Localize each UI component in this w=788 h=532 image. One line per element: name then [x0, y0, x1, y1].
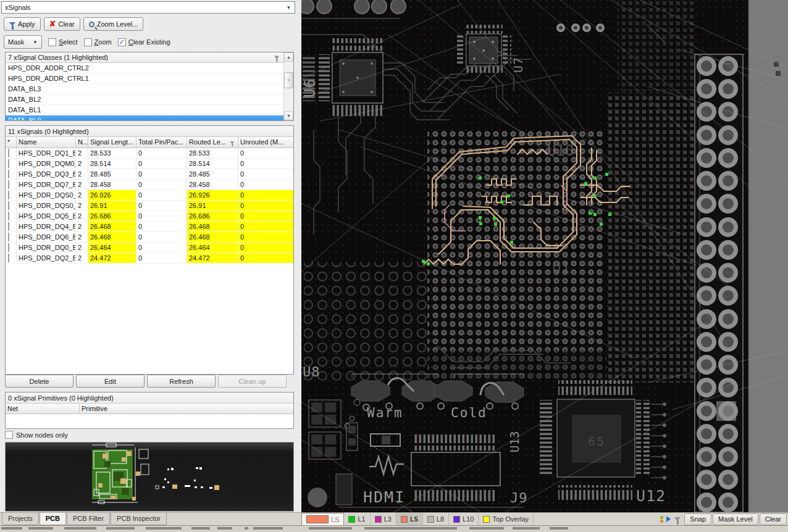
- layer-swatch: [401, 516, 408, 523]
- col-name[interactable]: Name: [17, 137, 76, 148]
- layer-tab-l3[interactable]: L3: [371, 513, 396, 525]
- zoom-checkbox[interactable]: Zoom: [84, 38, 112, 46]
- cleanup-button: Clean up: [218, 375, 287, 388]
- class-row[interactable]: DATA_BL3: [6, 84, 293, 94]
- layer-swatch: [483, 516, 490, 523]
- routing-field: [618, 0, 694, 91]
- col-signal-length[interactable]: Signal Lengt...: [88, 137, 136, 148]
- classes-scrollbar[interactable]: ▲ ≡ ▼: [283, 52, 293, 120]
- sort-funnel-icon[interactable]: [230, 141, 235, 144]
- edit-button[interactable]: Edit: [76, 375, 145, 388]
- xsignal-row[interactable]: HPS_DDR_DQM0_2 28.5140 28.5140: [6, 159, 293, 169]
- refresh-button[interactable]: Refresh: [147, 375, 216, 388]
- row-checkbox[interactable]: [8, 201, 9, 210]
- apply-button[interactable]: Apply: [4, 17, 41, 31]
- xsignal-row[interactable]: HPS_DDR_DQ1_B2 28.5330 28.5330: [6, 148, 293, 159]
- xsignal-row[interactable]: HPS_DDR_DQ0_B2 26.4640 26.4640: [6, 243, 293, 253]
- col-star[interactable]: *: [6, 137, 17, 148]
- class-row[interactable]: DATA_BL1: [6, 105, 293, 115]
- document-tabs-bar: Projects PCB PCB Filter PCB Inspector: [0, 512, 301, 525]
- clear-mask-button[interactable]: Clear: [760, 513, 787, 525]
- row-checkbox[interactable]: [8, 212, 9, 220]
- layer-tab-l5[interactable]: L5: [396, 513, 423, 525]
- tab-projects[interactable]: Projects: [2, 513, 39, 525]
- panel-mode-value: xSignals: [5, 4, 31, 11]
- xsignal-row[interactable]: HPS_DDR_DQ6_B2 26.4680 26.4680: [6, 232, 293, 243]
- delete-button[interactable]: Delete: [5, 375, 73, 388]
- designator-u7: U7: [511, 57, 526, 73]
- filter-funnel-icon[interactable]: [674, 517, 681, 521]
- classes-list-header[interactable]: 7 xSignal Classes (1 Highlighted): [6, 52, 293, 63]
- layer-tab-ls[interactable]: LS: [301, 513, 344, 525]
- show-nodes-checkbox[interactable]: Show nodes only: [5, 431, 68, 439]
- col-total-pin[interactable]: Total Pin/Pac...: [136, 137, 187, 148]
- row-checkbox[interactable]: [8, 191, 9, 199]
- row-checkbox[interactable]: [8, 180, 9, 189]
- clear-existing-checkbox[interactable]: ✓ Clear Existing: [118, 38, 170, 46]
- layer-tab-l10[interactable]: L10: [449, 513, 479, 525]
- xsignal-row[interactable]: HPS_DDR_DQ3_B2 28.4850 28.4850: [6, 169, 293, 180]
- panel-toolbar: Apply ✘ Clear Zoom Level...: [4, 17, 143, 31]
- xsignal-row[interactable]: HPS_DDR_DQ4_B2 26.4680 26.4680: [6, 222, 293, 232]
- layer-tab-l1[interactable]: L1: [344, 513, 370, 525]
- xsignal-row[interactable]: HPS_DDR_DQS0_I2 26.9260 26.9260: [6, 190, 293, 201]
- mask-dropdown[interactable]: Mask ▼: [4, 35, 42, 49]
- pcb-drawing: U6 U7 U10 U1: [301, 0, 788, 512]
- scroll-down-icon[interactable]: ▼: [284, 111, 293, 120]
- col-primitive[interactable]: Primitive: [80, 404, 293, 414]
- class-row[interactable]: HPS_DDR_ADDR_CTRL2: [6, 63, 293, 73]
- designator-u12: U12: [636, 487, 666, 505]
- chevron-down-icon: ▼: [283, 2, 294, 12]
- xsignal-primitives-list: 0 xSignal Primitives (0 Highlighted) Net…: [5, 392, 294, 429]
- zoom-level-button[interactable]: Zoom Level...: [83, 17, 144, 31]
- off-board-region: [748, 0, 788, 512]
- row-checkbox[interactable]: [8, 233, 9, 241]
- xsignal-row[interactable]: HPS_DDR_DQ2_B2 24.4720 24.4720: [6, 253, 293, 264]
- fiducial: [776, 71, 781, 76]
- tab-pcb-filter[interactable]: PCB Filter: [67, 513, 110, 525]
- filter-funnel-icon[interactable]: [274, 56, 279, 59]
- designator-j9: J9: [510, 490, 528, 505]
- panel-mode-dropdown[interactable]: xSignals ▼: [1, 1, 295, 14]
- row-checkbox[interactable]: [8, 170, 9, 178]
- layer-tab-top-overlay[interactable]: Top Overlay: [479, 513, 534, 525]
- row-checkbox[interactable]: [8, 222, 9, 231]
- layer-swatch: [427, 516, 434, 523]
- select-checkbox[interactable]: Select: [48, 38, 78, 46]
- col-routed[interactable]: Routed Le...: [187, 137, 238, 148]
- label-cold: Cold: [451, 405, 487, 420]
- col-n[interactable]: N...: [76, 137, 88, 148]
- scrollbar-thumb[interactable]: ≡: [284, 72, 293, 88]
- col-net[interactable]: Net: [6, 404, 80, 414]
- selection-arrow-icon[interactable]: [666, 516, 671, 522]
- row-checkbox[interactable]: [8, 243, 9, 252]
- xsignal-row[interactable]: HPS_DDR_DQ7_B2 28.4580 28.4580: [6, 180, 293, 190]
- class-row-selected[interactable]: DATA_BL0: [6, 115, 293, 121]
- snap-button[interactable]: Snap: [684, 513, 711, 525]
- tab-pcb[interactable]: PCB: [40, 513, 66, 525]
- apply-funnel-icon: [9, 22, 15, 26]
- layer-bar-controls: Snap Mask Level Clear: [660, 513, 788, 525]
- primitives-header: Net Primitive: [6, 404, 293, 414]
- row-checkbox[interactable]: [8, 159, 9, 168]
- xsignals-table: 11 xSignals (0 Highlighted) * Name N... …: [5, 125, 294, 375]
- mask-level-button[interactable]: Mask Level: [713, 513, 758, 525]
- row-checkbox[interactable]: [8, 254, 9, 262]
- class-row[interactable]: DATA_BL2: [6, 94, 293, 105]
- col-unrouted[interactable]: Unrouted (M...: [238, 137, 293, 148]
- clear-button[interactable]: ✘ Clear: [44, 17, 80, 31]
- designator-u6: U6: [301, 78, 319, 98]
- class-row[interactable]: HPS_DDR_ADDR_CTRL1: [6, 73, 293, 84]
- scroll-up-icon[interactable]: ▲: [284, 52, 293, 62]
- altium-workspace: xSignals ▼ Apply ✘ Clear Zoom Level... M…: [0, 0, 788, 532]
- row-checkbox[interactable]: [8, 149, 9, 157]
- chevron-down-icon: ▼: [33, 39, 38, 45]
- xsignal-row[interactable]: HPS_DDR_DQ5_B2 26.6860 26.6860: [6, 211, 293, 222]
- layer-tab-l8[interactable]: L8: [423, 513, 449, 525]
- xsignal-row[interactable]: HPS_DDR_DQS0_I2 26.910 26.910: [6, 201, 293, 211]
- tab-pcb-inspector[interactable]: PCB Inspector: [111, 513, 167, 525]
- pcb-canvas[interactable]: U6 U7 U10 U1: [301, 0, 788, 512]
- snap-points-icon[interactable]: [660, 516, 663, 523]
- status-bar: [0, 525, 788, 532]
- board-preview[interactable]: [5, 442, 294, 512]
